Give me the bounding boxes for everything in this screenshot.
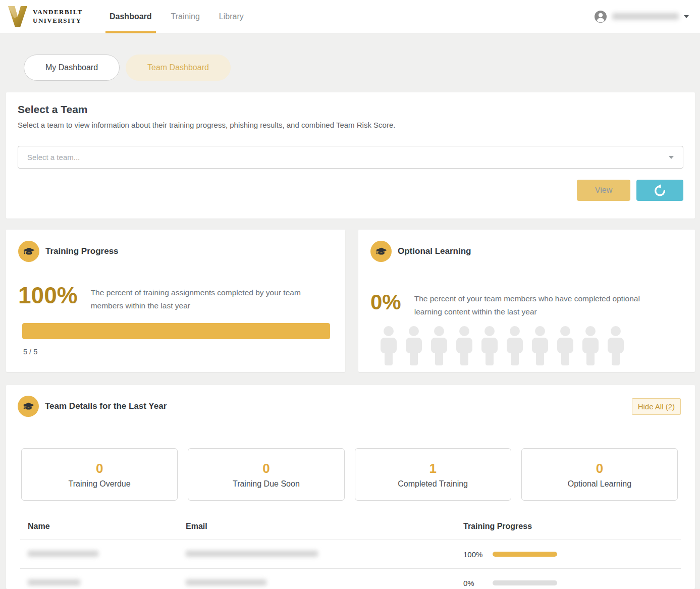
training-progress-fraction: 5 / 5 — [23, 348, 333, 356]
person-icon — [381, 326, 397, 365]
column-header-training-progress: Training Progress — [456, 522, 681, 531]
member-email-redacted — [186, 551, 318, 557]
main-nav: Dashboard Training Library — [110, 0, 244, 33]
stat-value: 0 — [96, 461, 103, 476]
stat-label: Training Overdue — [69, 479, 131, 489]
team-select-dropdown[interactable]: Select a team... — [18, 146, 683, 169]
training-progress-bar — [22, 323, 330, 339]
member-progress-bar-fill — [493, 552, 557, 557]
person-icon — [608, 326, 624, 365]
graduation-cap-icon — [18, 241, 39, 262]
team-members-table: Name Email Training Progress 100% 0% — [20, 513, 681, 589]
optional-learning-title: Optional Learning — [398, 246, 471, 256]
person-icon — [507, 326, 523, 365]
optional-learning-percent: 0% — [370, 291, 401, 313]
person-icon — [582, 326, 599, 365]
person-icon — [431, 326, 447, 365]
hide-all-button[interactable]: Hide All (2) — [632, 398, 681, 415]
reset-button[interactable] — [636, 180, 683, 201]
user-name-redacted — [612, 13, 679, 20]
member-name-redacted — [28, 551, 98, 557]
optional-learning-description: The percent of your team members who hav… — [414, 289, 652, 319]
team-select-placeholder: Select a team... — [27, 153, 669, 162]
select-team-title: Select a Team — [18, 103, 683, 116]
table-row[interactable]: 100% — [20, 540, 681, 568]
training-progress-percent: 100% — [18, 283, 78, 307]
member-name-redacted — [28, 579, 80, 585]
people-icons-row — [381, 326, 683, 365]
person-icon — [532, 326, 548, 365]
column-header-email: Email — [178, 522, 456, 531]
chevron-down-icon — [684, 15, 689, 18]
person-icon — [481, 326, 498, 365]
training-progress-title: Training Progress — [45, 246, 119, 256]
person-icon — [406, 326, 422, 365]
stat-label: Training Due Soon — [233, 479, 300, 489]
team-details-title: Team Details for the Last Year — [45, 401, 167, 411]
stat-label: Optional Learning — [568, 479, 631, 489]
member-progress-percent: 100% — [463, 550, 486, 559]
member-progress-percent: 0% — [463, 579, 486, 587]
stat-value: 1 — [429, 461, 436, 476]
brand-line2: UNIVERSITY — [33, 17, 83, 25]
select-team-panel: Select a Team Select a team to view info… — [6, 92, 695, 219]
dashboard-toggle: My Dashboard Team Dashboard — [24, 55, 700, 81]
training-progress-card: Training Progress 100% The percent of tr… — [6, 230, 345, 372]
table-header-row: Name Email Training Progress — [20, 513, 681, 540]
stat-training-due-soon: 0 Training Due Soon — [188, 448, 344, 501]
user-menu[interactable] — [594, 10, 693, 23]
training-progress-description: The percent of training assignments comp… — [91, 283, 318, 313]
view-button[interactable]: View — [577, 180, 630, 201]
optional-learning-card: Optional Learning 0% The percent of your… — [358, 230, 695, 372]
stat-value: 0 — [596, 461, 603, 476]
select-team-subtitle: Select a team to view information about … — [18, 121, 683, 129]
training-progress-bar-fill — [22, 323, 330, 339]
team-dashboard-button[interactable]: Team Dashboard — [126, 55, 231, 81]
vanderbilt-logo[interactable]: VANDERBILT UNIVERSITY — [7, 5, 95, 28]
member-email-redacted — [186, 579, 266, 585]
brand-text: VANDERBILT UNIVERSITY — [33, 8, 83, 25]
nav-dashboard[interactable]: Dashboard — [110, 0, 152, 33]
graduation-cap-icon — [18, 396, 39, 417]
stat-label: Completed Training — [398, 479, 468, 489]
graduation-cap-icon — [370, 241, 392, 262]
stat-optional-learning: 0 Optional Learning — [521, 448, 678, 501]
stat-training-overdue: 0 Training Overdue — [21, 448, 178, 501]
vanderbilt-v-icon — [7, 5, 28, 28]
my-dashboard-button[interactable]: My Dashboard — [24, 55, 120, 81]
brand-line1: VANDERBILT — [33, 8, 83, 16]
team-stats-row: 0 Training Overdue 0 Training Due Soon 1… — [21, 448, 678, 501]
top-bar: VANDERBILT UNIVERSITY Dashboard Training… — [0, 0, 700, 33]
table-row[interactable]: 0% — [20, 568, 681, 589]
dropdown-caret-icon — [669, 156, 674, 159]
refresh-icon — [653, 183, 667, 198]
nav-library[interactable]: Library — [219, 0, 244, 33]
team-details-panel: Team Details for the Last Year Hide All … — [6, 385, 695, 589]
person-icon — [456, 326, 472, 365]
column-header-name: Name — [20, 522, 178, 531]
member-progress-bar — [493, 552, 557, 557]
account-icon — [594, 10, 607, 23]
stat-value: 0 — [262, 461, 270, 476]
person-icon — [557, 326, 573, 365]
nav-training[interactable]: Training — [171, 0, 200, 33]
member-progress-bar — [493, 580, 557, 585]
stat-completed-training: 1 Completed Training — [355, 448, 511, 501]
